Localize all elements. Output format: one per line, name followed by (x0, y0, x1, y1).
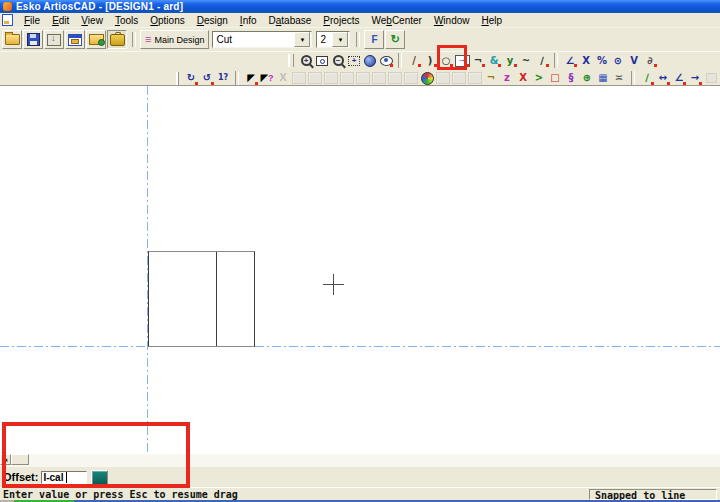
zoom-in-icon[interactable]: + (298, 53, 314, 68)
trim-tool-icon: X (582, 56, 590, 66)
color-wheel-icon[interactable] (419, 71, 435, 86)
open-button[interactable] (2, 30, 22, 49)
bezier-tool-icon[interactable]: & (486, 53, 502, 68)
arc-tool-icon[interactable]: ) (422, 53, 438, 68)
dim-length-icon[interactable]: ∕ (639, 71, 655, 86)
horizontal-scrollbar[interactable]: ◄ (0, 454, 720, 466)
zoom-extents-icon: + (348, 56, 360, 66)
wave-tool-icon[interactable]: ~ (518, 53, 534, 68)
edit-dimension-icons: ↻↺1?◤◤X¬zX>□§⊕▦≍∕↔∠→ (183, 71, 720, 86)
angle-line-tool-icon[interactable]: ¬ (470, 53, 486, 68)
dim-angle-icon[interactable]: ∠ (671, 71, 687, 86)
v-notch-tool-icon[interactable]: V (626, 53, 642, 68)
toolbar-grip[interactable] (288, 54, 294, 67)
circle-tool-icon[interactable]: ○ (438, 53, 454, 68)
toolbar-separator (356, 32, 360, 47)
layers-list-button[interactable]: F (364, 30, 384, 49)
cut-cross-icon: X (519, 73, 527, 83)
menu-bar: FileEditViewToolsOptionsDesignInfoDataba… (0, 13, 720, 28)
line-tool-icon[interactable]: / (406, 53, 422, 68)
menu-item-file[interactable]: File (18, 14, 46, 27)
pointage-combobox[interactable]: 2 ▼ (316, 31, 350, 48)
design-rectangle-divider (216, 252, 217, 346)
menu-item-edit[interactable]: Edit (46, 14, 75, 27)
menu-item-help[interactable]: Help (475, 14, 508, 27)
menu-item-webcenter[interactable]: WebCenter (365, 14, 427, 27)
print-button[interactable] (44, 30, 64, 49)
offset-input[interactable] (41, 471, 87, 484)
calculator-button[interactable] (91, 470, 108, 485)
red-dot (546, 64, 549, 67)
group-icon (371, 71, 387, 86)
rip-path-icon: z (504, 73, 510, 83)
double-line-tool-icon[interactable]: y (502, 53, 518, 68)
trim-tool-icon[interactable]: X (578, 53, 594, 68)
item-info-icon[interactable]: 1? (215, 71, 231, 86)
view-mode-icon[interactable] (378, 53, 394, 68)
toolbar-grip[interactable] (176, 72, 179, 85)
offset-line-tool-icon[interactable] (454, 53, 470, 68)
pointage-value: 2 (317, 34, 331, 45)
corner-match-icon[interactable]: ¬ (483, 71, 499, 86)
red-dot (466, 64, 469, 67)
scroll-left-icon[interactable]: ◄ (0, 454, 11, 465)
zoom-window-icon[interactable] (314, 53, 330, 68)
red-dot (418, 64, 421, 67)
menu-item-options[interactable]: Options (144, 14, 190, 27)
construction-line-tool-icon[interactable]: ∕ (534, 53, 550, 68)
save-button[interactable] (23, 30, 43, 49)
zoom-extents-icon[interactable]: + (346, 53, 362, 68)
toolbar-separator (132, 32, 136, 47)
document-window-icon[interactable] (2, 14, 13, 26)
undo-icon: ↻ (187, 73, 195, 83)
print-button (47, 34, 61, 46)
recreate-wheel-icon[interactable]: ⊕ (579, 71, 595, 86)
center-point-tool-icon[interactable]: ⊙ (610, 53, 626, 68)
compare-icon[interactable]: ≍ (611, 71, 627, 86)
select-tool-icon[interactable]: ◤ (243, 71, 259, 86)
main-design-button[interactable]: ≡ Main Design (140, 30, 209, 49)
open-button (5, 34, 20, 45)
item-info-icon: 1? (218, 74, 228, 82)
rect-mark-icon[interactable]: □ (547, 71, 563, 86)
menu-item-projects[interactable]: Projects (317, 14, 365, 27)
hatch-fill-icon[interactable]: ▦ (595, 71, 611, 86)
menu-item-database[interactable]: Database (263, 14, 318, 27)
redo-icon[interactable]: ↺ (199, 71, 215, 86)
dim-horizontal-icon[interactable]: ↔ (655, 71, 671, 86)
cut-cross-icon[interactable]: X (515, 71, 531, 86)
refresh-plot-button[interactable]: ↻ (385, 30, 405, 49)
divide-tool-icon[interactable]: % (594, 53, 610, 68)
select-question-tool-icon[interactable]: ◤ (259, 71, 275, 86)
rip-path-icon[interactable]: z (499, 71, 515, 86)
chevron-down-icon[interactable]: ▼ (332, 32, 348, 47)
scrollbar-thumb[interactable] (11, 454, 29, 465)
fillet-tool-icon[interactable]: ∠ (562, 53, 578, 68)
import-file-button[interactable] (65, 30, 85, 49)
pan-view-icon[interactable] (362, 53, 378, 68)
toolbar-separator (398, 53, 402, 68)
export-file-button[interactable] (86, 30, 106, 49)
arrow-next-icon[interactable]: > (531, 71, 547, 86)
workspace-button[interactable] (107, 30, 127, 49)
dim-leader-icon[interactable]: → (687, 71, 703, 86)
rotate-icon (339, 71, 355, 86)
curve-adjust-tool-icon[interactable]: ∂ (642, 53, 658, 68)
chevron-down-icon[interactable]: ▼ (294, 32, 310, 47)
menu-item-info[interactable]: Info (234, 14, 263, 27)
title-bar[interactable]: Esko ArtiosCAD - [DESIGN1 - ard] (0, 0, 720, 13)
line-type-combobox[interactable]: Cut ▼ (212, 31, 312, 48)
undo-icon[interactable]: ↻ (183, 71, 199, 86)
path-trace-icon[interactable]: § (563, 71, 579, 86)
menu-item-tools[interactable]: Tools (109, 14, 144, 27)
status-message: Enter value or press Esc to resume drag (3, 489, 238, 500)
menu-item-view[interactable]: View (75, 14, 109, 27)
line-type-value: Cut (213, 34, 293, 45)
drawing-canvas[interactable]: ◄ (0, 85, 720, 466)
zoom-out-icon: − (333, 55, 344, 66)
view-geometry-toolbar: +−+/)○¬&y~∕∠X%⊙V∂ (0, 52, 720, 69)
zoom-out-icon[interactable]: − (330, 53, 346, 68)
menu-item-design[interactable]: Design (191, 14, 234, 27)
menu-item-window[interactable]: Window (428, 14, 476, 27)
dim-leader-icon: → (691, 73, 699, 83)
